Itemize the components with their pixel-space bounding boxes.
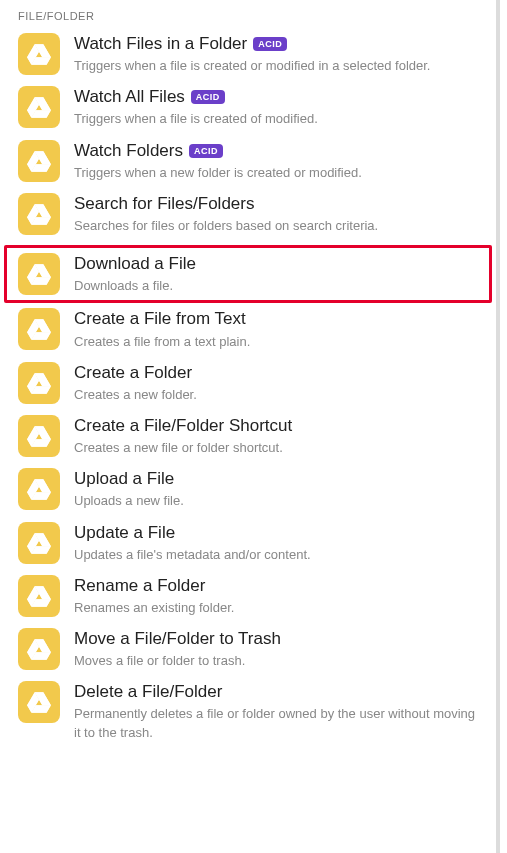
module-item[interactable]: Delete a File/FolderPermanently deletes … xyxy=(0,678,496,749)
module-text: Search for Files/FoldersSearches for fil… xyxy=(74,191,478,235)
google-drive-icon xyxy=(18,415,60,457)
google-drive-icon xyxy=(18,628,60,670)
module-item[interactable]: Create a File/Folder ShortcutCreates a n… xyxy=(0,412,496,465)
module-item[interactable]: Watch Files in a FolderACIDTriggers when… xyxy=(0,30,496,83)
module-item[interactable]: Upload a FileUploads a new file. xyxy=(0,465,496,518)
acid-badge: ACID xyxy=(191,90,225,104)
module-item[interactable]: Search for Files/FoldersSearches for fil… xyxy=(0,190,496,243)
module-title: Create a Folder xyxy=(74,362,192,384)
google-drive-icon xyxy=(18,362,60,404)
module-item[interactable]: Create a File from TextCreates a file fr… xyxy=(0,305,496,358)
google-drive-icon xyxy=(18,33,60,75)
google-drive-icon xyxy=(18,681,60,723)
module-description: Triggers when a file is created or modif… xyxy=(74,57,478,75)
module-description: Updates a file's metadata and/or content… xyxy=(74,546,478,564)
module-title: Create a File from Text xyxy=(74,308,246,330)
module-item[interactable]: Move a File/Folder to TrashMoves a file … xyxy=(0,625,496,678)
google-drive-icon xyxy=(18,253,60,295)
module-title: Create a File/Folder Shortcut xyxy=(74,415,292,437)
module-description: Triggers when a new folder is created or… xyxy=(74,164,478,182)
google-drive-icon xyxy=(18,468,60,510)
google-drive-icon xyxy=(18,575,60,617)
module-title: Upload a File xyxy=(74,468,174,490)
module-text: Delete a File/FolderPermanently deletes … xyxy=(74,679,478,741)
module-item[interactable]: Watch FoldersACIDTriggers when a new fol… xyxy=(0,137,496,190)
module-description: Renames an existing folder. xyxy=(74,599,478,617)
module-text: Create a FolderCreates a new folder. xyxy=(74,360,478,404)
module-title: Watch Files in a Folder xyxy=(74,33,247,55)
module-text: Download a FileDownloads a file. xyxy=(74,251,478,295)
module-item[interactable]: Download a FileDownloads a file. xyxy=(4,245,492,303)
module-item[interactable]: Create a FolderCreates a new folder. xyxy=(0,359,496,412)
module-text: Watch Files in a FolderACIDTriggers when… xyxy=(74,31,478,75)
module-item[interactable]: Rename a FolderRenames an existing folde… xyxy=(0,572,496,625)
module-description: Downloads a file. xyxy=(74,277,478,295)
module-list-panel[interactable]: FILE/FOLDER Watch Files in a FolderACIDT… xyxy=(0,0,500,853)
module-description: Creates a new file or folder shortcut. xyxy=(74,439,478,457)
acid-badge: ACID xyxy=(189,144,223,158)
module-title: Update a File xyxy=(74,522,175,544)
module-title: Rename a Folder xyxy=(74,575,205,597)
google-drive-icon xyxy=(18,140,60,182)
module-item[interactable]: Watch All FilesACIDTriggers when a file … xyxy=(0,83,496,136)
module-description: Permanently deletes a file or folder own… xyxy=(74,705,478,741)
module-text: Update a FileUpdates a file's metadata a… xyxy=(74,520,478,564)
module-description: Triggers when a file is created of modif… xyxy=(74,110,478,128)
module-description: Creates a new folder. xyxy=(74,386,478,404)
module-text: Watch All FilesACIDTriggers when a file … xyxy=(74,84,478,128)
module-text: Upload a FileUploads a new file. xyxy=(74,466,478,510)
module-text: Create a File/Folder ShortcutCreates a n… xyxy=(74,413,478,457)
module-text: Watch FoldersACIDTriggers when a new fol… xyxy=(74,138,478,182)
module-title: Move a File/Folder to Trash xyxy=(74,628,281,650)
section-header: FILE/FOLDER xyxy=(0,0,496,30)
module-title: Watch Folders xyxy=(74,140,183,162)
module-description: Searches for files or folders based on s… xyxy=(74,217,478,235)
module-description: Uploads a new file. xyxy=(74,492,478,510)
module-description: Creates a file from a text plain. xyxy=(74,333,478,351)
module-text: Create a File from TextCreates a file fr… xyxy=(74,306,478,350)
google-drive-icon xyxy=(18,193,60,235)
module-title: Download a File xyxy=(74,253,196,275)
module-title: Watch All Files xyxy=(74,86,185,108)
google-drive-icon xyxy=(18,308,60,350)
module-title: Search for Files/Folders xyxy=(74,193,254,215)
module-title: Delete a File/Folder xyxy=(74,681,222,703)
google-drive-icon xyxy=(18,522,60,564)
google-drive-icon xyxy=(18,86,60,128)
module-text: Rename a FolderRenames an existing folde… xyxy=(74,573,478,617)
acid-badge: ACID xyxy=(253,37,287,51)
module-description: Moves a file or folder to trash. xyxy=(74,652,478,670)
module-text: Move a File/Folder to TrashMoves a file … xyxy=(74,626,478,670)
module-item[interactable]: Update a FileUpdates a file's metadata a… xyxy=(0,519,496,572)
